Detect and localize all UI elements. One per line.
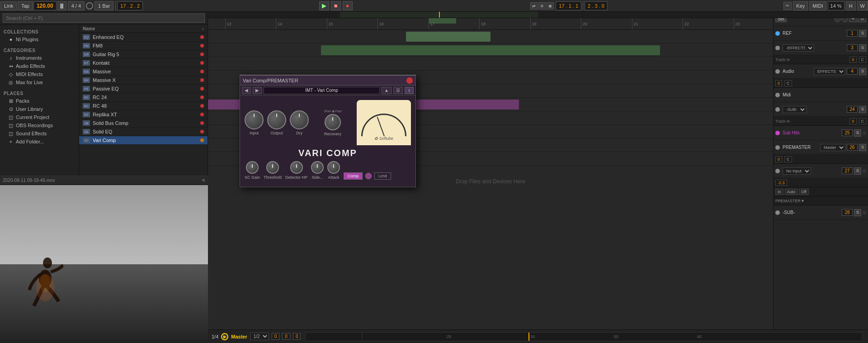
sidebar-item-ni-plugins[interactable]: ● NI Plugins (0, 35, 79, 43)
plugin-forward-btn[interactable]: ▶ (253, 87, 262, 94)
knob-output[interactable] (267, 110, 286, 129)
edit-icon[interactable]: ✏ (783, 2, 792, 10)
track-sub-s-btn[interactable]: S (859, 106, 866, 113)
play-button[interactable]: ▶ (319, 1, 329, 10)
plugin-settings-btn[interactable]: ▲ (382, 87, 392, 94)
knob-attack[interactable] (327, 161, 340, 174)
sidebar-item-sound-effects[interactable]: ◫ Sound Effects (0, 129, 79, 138)
track-sub-hits-s-btn[interactable]: S (854, 129, 861, 137)
sidebar-item-instruments[interactable]: ♪ Instruments (0, 54, 79, 62)
sub-input-select[interactable]: -SUB- (783, 106, 807, 113)
knob-sc-gain[interactable] (246, 161, 259, 174)
knob-recovery[interactable] (325, 114, 341, 130)
loop-btn[interactable]: ⇄ (530, 2, 538, 10)
stop-button[interactable]: ■ (331, 1, 341, 10)
categories-title: Categories (0, 46, 79, 54)
plugin-icon: MA (83, 69, 90, 74)
track-sub2-label: -SUB- (783, 210, 840, 215)
comp-button[interactable]: Comp (344, 172, 363, 180)
link-button[interactable]: Link (0, 1, 17, 10)
knob-detector-hp[interactable] (290, 161, 303, 174)
effects2-input-select[interactable]: No Input (783, 167, 811, 175)
effects2-in-btn[interactable]: In (775, 189, 783, 195)
midi-button[interactable]: MIDI (809, 1, 826, 10)
list-item[interactable]: GR Guitar Rig 5 (79, 50, 208, 59)
bottom-playhead (528, 333, 529, 341)
list-item[interactable]: MA Massive (79, 67, 208, 76)
bpm-display[interactable]: 120.00 (33, 1, 57, 10)
bottom-timeline[interactable]: :25 :30 :35 :40 (305, 332, 863, 341)
track-premaster-s-btn[interactable]: S (859, 144, 866, 151)
status-dot (200, 52, 204, 56)
track-effects2-s-btn[interactable]: S (854, 167, 861, 175)
plugin-back-btn[interactable]: ◀ (242, 87, 251, 94)
track-clip[interactable] (406, 32, 491, 42)
ratio-select[interactable]: 1/2 (250, 333, 269, 340)
knob-dry[interactable] (290, 110, 309, 129)
limit-button[interactable]: Limit (374, 172, 391, 180)
time-sig-display[interactable]: 4 / 4 (68, 1, 85, 10)
track-clip[interactable] (321, 45, 660, 55)
sidebar-item-audio-effects[interactable]: ↭ Audio Effects (0, 62, 79, 70)
knob-threshold-container: Threshold (264, 161, 282, 180)
video-close-btn[interactable]: ✕ (202, 178, 205, 183)
hw-button[interactable]: H (846, 1, 856, 10)
track-effects-s-btn[interactable]: S (859, 44, 866, 52)
sidebar-item-midi-effects[interactable]: ◇ MIDI Effects (0, 70, 79, 78)
click-btn[interactable]: ◉ (547, 2, 554, 10)
record-button[interactable]: ● (343, 1, 353, 10)
sidebar-item-max-for-live[interactable]: ◎ Max for Live (0, 78, 79, 86)
ruler-mark-16: 16 (377, 18, 384, 29)
premaster-sub-num: 0 (775, 156, 782, 162)
audio-input-select[interactable]: EFFECTS (814, 68, 845, 75)
list-item[interactable]: SB Solid Bus Comp (79, 119, 208, 128)
sidebar-item-add-folder[interactable]: + Add Folder... (0, 138, 79, 146)
list-item[interactable]: RC RC 48 (79, 102, 208, 110)
effects2-premaster-label: PREMASTER▼ (775, 199, 805, 203)
list-item[interactable]: KT Kontakt (79, 59, 208, 67)
key-button[interactable]: Key (793, 1, 808, 10)
list-item[interactable]: MX Massive X (79, 76, 208, 85)
list-item[interactable]: RX Replika XT (79, 110, 208, 119)
effects2-off-btn[interactable]: Off (799, 189, 809, 195)
list-item[interactable]: PE Passive EQ (79, 85, 208, 93)
video-bg-top (0, 185, 208, 264)
list-item[interactable]: SE Solid EQ (79, 128, 208, 136)
master-play-btn[interactable]: ▶ (221, 333, 228, 340)
plugin-titlebar[interactable]: Vari Comp/PREMASTER (240, 76, 415, 86)
sidebar-item-obs-recordings[interactable]: ◫ OBS Recordings (0, 121, 79, 129)
sidebar-item-current-project[interactable]: ◫ Current Project (0, 113, 79, 121)
plugin-menu-btn[interactable]: ☰ (393, 87, 403, 94)
list-item[interactable]: FM FM8 (79, 42, 208, 50)
sort-icon[interactable]: ↕ (202, 26, 204, 31)
collection-icon: ● (8, 37, 14, 42)
search-input[interactable] (3, 14, 205, 23)
sidebar-item-packs[interactable]: ⊞ Packs (0, 97, 79, 105)
punch-in-btn[interactable]: ⊕ (538, 2, 546, 10)
progress-bar-container[interactable] (208, 12, 868, 18)
list-item[interactable]: RC RC 24 (79, 93, 208, 102)
track-audio-num: 4 (847, 68, 858, 75)
track-audio-s-btn[interactable]: S (859, 68, 866, 75)
list-item[interactable]: EQ Enhanced EQ (79, 33, 208, 42)
plugin-close-button[interactable] (406, 77, 413, 84)
tap-button[interactable]: Tap (18, 1, 33, 10)
premaster-input-select[interactable]: Master (820, 144, 845, 151)
track-ref-s-btn[interactable]: S (859, 30, 866, 37)
knob-threshold[interactable] (266, 161, 279, 174)
hw2-button[interactable]: W (857, 1, 868, 10)
ruler-mark-14: 14 (276, 18, 282, 29)
effects-input-select[interactable]: -EFFECTS- (783, 44, 814, 52)
effects2-auto-btn[interactable]: Auto (785, 189, 798, 195)
bars-display[interactable]: 1 Bar (94, 1, 113, 10)
list-item-selected[interactable]: VC Vari Comp (79, 136, 208, 145)
timeline-ruler[interactable]: 13 14 15 16 17 18 19 20 21 22 23 (208, 18, 773, 30)
metronome-btn[interactable] (86, 2, 93, 10)
svg-point-0 (43, 257, 52, 268)
sidebar-item-user-library[interactable]: ⊙ User Library (0, 105, 79, 113)
plugin-power-btn[interactable]: I (405, 87, 414, 94)
knob-sidechain[interactable] (311, 161, 324, 174)
knob-input[interactable] (245, 110, 264, 129)
search-bar (0, 12, 208, 25)
track-sub2-s-btn[interactable]: S (854, 209, 861, 216)
